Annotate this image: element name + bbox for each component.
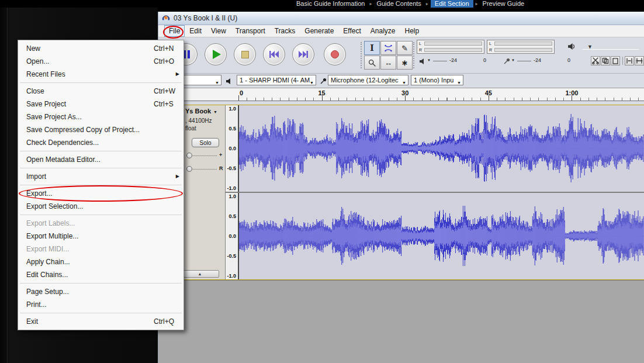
menu-item-label: Save Project As... — [26, 113, 82, 121]
skip-start-icon — [269, 51, 279, 58]
input-channels-dropdown[interactable]: 1 (Mono) Inpu▼ — [411, 75, 463, 85]
waveform-channel-right[interactable]: 1.00.50.0-0.5-1.0 — [226, 193, 644, 279]
gain-slider[interactable]: + — [186, 152, 225, 159]
menu-transport[interactable]: Transport — [231, 25, 270, 37]
record-button[interactable] — [324, 43, 346, 65]
file-menu-item-close[interactable]: CloseCtrl+W — [18, 85, 183, 98]
window-titlebar[interactable]: 03 Ys Book I & II (U) — [158, 12, 644, 25]
input-device-dropdown[interactable]: Microphone (12-Logitec▼ — [328, 75, 408, 85]
output-volume-dropdown-icon[interactable]: ▼ — [427, 58, 431, 62]
pan-slider[interactable]: R — [186, 165, 225, 172]
menu-analyze[interactable]: Analyze — [366, 25, 400, 37]
stop-button[interactable] — [234, 43, 256, 65]
track-sample-format: float — [185, 125, 196, 132]
file-menu-item-save-project-as[interactable]: Save Project As... — [18, 110, 183, 123]
output-device-dropdown[interactable]: 1 - SHARP HDMI (4- AM▼ — [237, 75, 316, 85]
menu-item-label: Open... — [26, 57, 49, 65]
dropdown-arrow-icon: ▼ — [402, 78, 406, 85]
zoom-tool-button[interactable] — [364, 56, 380, 70]
timeline-tick-label: 0 — [240, 89, 243, 96]
meter-bar — [424, 42, 482, 46]
playback-meter[interactable]: L R — [417, 40, 484, 54]
input-volume-dropdown-icon[interactable]: ▼ — [511, 58, 515, 62]
menu-tracks[interactable]: Tracks — [270, 25, 300, 37]
amplitude-scale-label: 0.0 — [228, 146, 236, 151]
menu-separator — [18, 183, 183, 187]
silence-selection-button[interactable] — [635, 56, 644, 65]
toolbar-grip[interactable] — [413, 42, 415, 68]
skip-end-button[interactable] — [292, 43, 314, 65]
envelope-tool-button[interactable] — [380, 41, 396, 55]
file-menu-item-export-selection[interactable]: Export Selection... — [18, 200, 183, 213]
menu-file[interactable]: File — [164, 25, 185, 37]
cut-button[interactable] — [591, 56, 600, 65]
file-menu-item-apply-chain[interactable]: Apply Chain... — [18, 255, 183, 268]
amplitude-scale-label: 0.5 — [228, 213, 236, 219]
timeline-tick — [489, 95, 489, 101]
amplitude-scale-label: 1.0 — [228, 106, 236, 112]
waveform-channel-left[interactable]: 1.00.50.0-0.5-1.0 — [226, 105, 644, 192]
output-device-value: 1 - SHARP HDMI (4- AM — [240, 77, 310, 84]
file-menu-item-check-dependencies[interactable]: Check Dependencies... — [18, 136, 183, 149]
meter-right-label: R — [489, 48, 493, 52]
file-menu-item-import[interactable]: Import▶ — [18, 170, 183, 183]
collapse-track-button[interactable]: ▲ — [181, 270, 219, 278]
trim-outside-button[interactable] — [625, 56, 634, 65]
meter-scale-min: -24 — [449, 57, 457, 63]
copy-button[interactable] — [601, 56, 610, 65]
stop-icon — [241, 51, 249, 58]
menu-generate[interactable]: Generate — [300, 25, 338, 37]
breadcrumb-item[interactable]: Preview Guide — [480, 0, 527, 8]
file-menu-item-export[interactable]: Export... — [18, 187, 183, 200]
toolbar-area: I ✎ ↔ ∗ L R L R ▼ -24 0 ▼ -24 — [158, 37, 644, 74]
multi-tool-button[interactable]: ∗ — [397, 56, 413, 70]
file-menu-item-new[interactable]: NewCtrl+N — [18, 42, 183, 55]
input-volume-slider[interactable] — [517, 61, 531, 61]
copy-icon — [602, 57, 609, 64]
menu-item-label: Export MIDI... — [26, 245, 69, 253]
solo-button[interactable]: Solo — [192, 138, 219, 147]
timeline-ruler[interactable]: 01530451:00 — [158, 88, 644, 101]
output-volume-speaker-icon[interactable] — [419, 57, 426, 67]
file-menu-item-export-multiple[interactable]: Export Multiple... — [18, 230, 183, 243]
breadcrumb-item[interactable]: Guide Contents — [374, 0, 423, 8]
meter-right-label: R — [419, 48, 423, 52]
file-menu-item-save-project[interactable]: Save ProjectCtrl+S — [18, 98, 183, 110]
output-volume-slider[interactable] — [433, 61, 447, 61]
file-menu-item-save-compressed-copy-of-project[interactable]: Save Compressed Copy of Project... — [18, 123, 183, 136]
audacity-window: 03 Ys Book I & II (U) FileEditViewTransp… — [158, 12, 644, 363]
file-menu-item-recent-files[interactable]: Recent Files▶ — [18, 68, 183, 81]
file-menu-item-open[interactable]: Open...Ctrl+O — [18, 55, 183, 68]
breadcrumb-item[interactable]: Edit Section — [431, 0, 473, 8]
waveform-area[interactable] — [238, 193, 644, 279]
play-button[interactable] — [205, 43, 227, 65]
breadcrumb-item[interactable]: Basic Guide Information — [294, 0, 367, 8]
meter-bar — [494, 42, 552, 46]
file-menu-item-print[interactable]: Print... — [18, 298, 183, 311]
track-name-menu[interactable]: Ys Book▼ — [185, 108, 217, 115]
menu-edit[interactable]: Edit — [185, 25, 206, 37]
waveform-area[interactable] — [238, 105, 644, 192]
magnifier-icon — [368, 59, 376, 67]
playback-volume-thumb[interactable]: ▼ — [587, 44, 593, 50]
selection-tool-button[interactable]: I — [364, 41, 380, 55]
toolbar-grip[interactable] — [361, 42, 362, 68]
breadcrumb: Basic Guide Information▸Guide Contents▸E… — [294, 0, 527, 8]
file-menu-item-exit[interactable]: ExitCtrl+Q — [18, 315, 183, 328]
timeshift-tool-button[interactable]: ↔ — [380, 56, 396, 70]
paste-button[interactable] — [611, 56, 620, 65]
track-area-background[interactable] — [158, 280, 644, 363]
skip-start-button[interactable] — [263, 43, 285, 65]
menu-view[interactable]: View — [206, 25, 231, 37]
file-menu-item-edit-chains[interactable]: Edit Chains... — [18, 268, 183, 281]
menu-effect[interactable]: Effect — [338, 25, 365, 37]
file-menu-item-open-metadata-editor[interactable]: Open Metadata Editor... — [18, 153, 183, 166]
draw-tool-button[interactable]: ✎ — [397, 41, 413, 55]
menu-help[interactable]: Help — [400, 25, 424, 37]
file-menu-item-page-setup[interactable]: Page Setup... — [18, 285, 183, 298]
gain-slider-thumb[interactable] — [186, 153, 192, 158]
pan-slider-thumb[interactable] — [186, 166, 192, 172]
input-device-value: Microphone (12-Logitec — [331, 77, 399, 84]
input-volume-mic-icon[interactable] — [503, 57, 510, 67]
recording-meter[interactable]: L R — [487, 40, 555, 54]
